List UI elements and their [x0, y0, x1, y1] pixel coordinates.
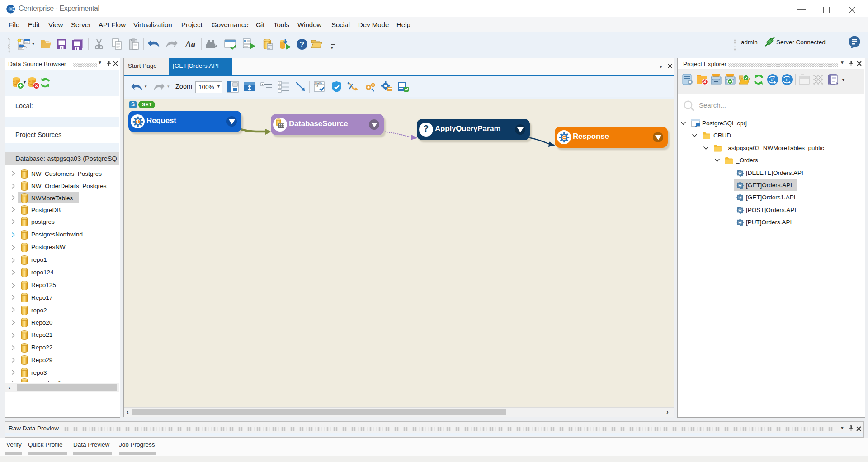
- svg-text:i: i: [786, 77, 787, 82]
- svg-text:#: #: [771, 77, 774, 82]
- svg-text:01001: 01001: [315, 82, 322, 85]
- svg-text:10: 10: [315, 85, 319, 88]
- svg-text:?: ?: [300, 40, 304, 49]
